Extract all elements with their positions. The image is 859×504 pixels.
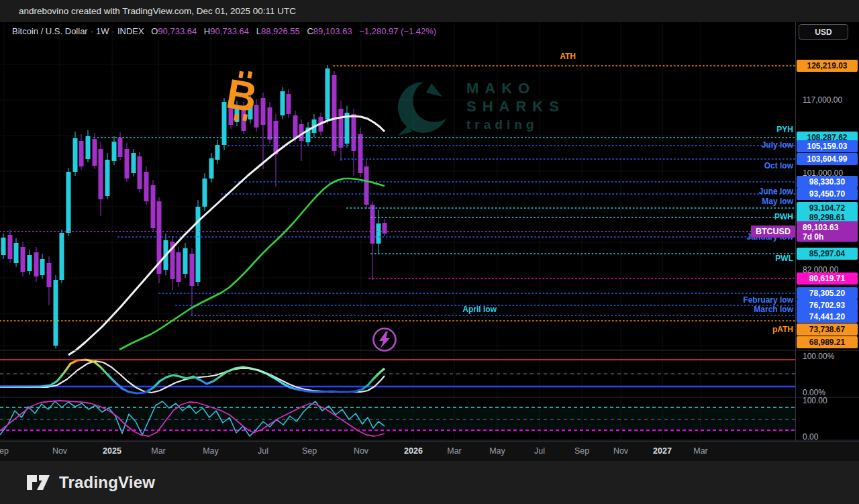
candle-body — [261, 98, 266, 125]
price-badge: 117,000.00 — [797, 94, 858, 106]
price-badge: 85,297.04 — [797, 248, 858, 260]
btcusd-series-label: BTCUSD — [756, 227, 791, 236]
candle-body — [196, 207, 201, 282]
time-axis-label: May — [203, 446, 219, 456]
candle-body — [34, 252, 39, 276]
candle-body — [28, 255, 32, 271]
level-label: pATH — [772, 325, 793, 334]
currency-toggle-button[interactable]: USD — [799, 24, 848, 40]
time-axis[interactable]: epNov2025MarMayJulSepNov2026MarMayJulSep… — [0, 441, 859, 461]
candle-body — [144, 172, 149, 201]
candle-body — [66, 172, 71, 233]
time-axis-label: May — [489, 446, 505, 456]
low-label: L — [252, 26, 261, 36]
candle-body — [79, 141, 84, 166]
interval[interactable]: 1W — [96, 26, 109, 36]
candle-body — [54, 280, 58, 346]
symbol-name[interactable]: Bitcoin / U.S. Dollar — [12, 26, 88, 36]
change-value: −1,280.97 (−1.42%) — [354, 26, 436, 36]
currency-toggle-label: USD — [815, 28, 831, 37]
price-badge: 103,604.99 — [797, 153, 858, 165]
level-label: March low — [754, 305, 793, 314]
time-axis-label: Nov — [613, 446, 628, 456]
candle-body — [21, 247, 26, 272]
close-label: C — [302, 26, 313, 36]
candle-body — [268, 107, 272, 140]
symbol-header[interactable]: Bitcoin / U.S. Dollar·1W·INDEX O90,733.6… — [12, 26, 436, 36]
lightning-icon — [371, 326, 398, 353]
time-axis-label: 2027 — [653, 446, 672, 456]
price-badge: 80,619.71 — [797, 272, 858, 285]
candle-body — [364, 166, 369, 205]
level-label: ATH — [560, 52, 576, 61]
candle-body — [376, 223, 381, 244]
price-badge: 89,103.637d 0h — [797, 221, 858, 242]
candle-body — [125, 149, 130, 179]
time-axis-label: Sep — [302, 446, 317, 456]
candle-body — [281, 91, 285, 115]
candle-body — [105, 160, 110, 196]
candle-body — [1, 238, 6, 255]
candle-body — [86, 136, 91, 159]
candle-body — [93, 139, 97, 166]
footer-bar: TradingView — [0, 461, 859, 504]
candle-body — [8, 235, 13, 259]
candle-body — [118, 138, 123, 157]
attribution-bar: andrebovino created with TradingView.com… — [0, 0, 859, 22]
time-axis-label: 2026 — [404, 446, 423, 456]
candle-body — [358, 134, 363, 173]
market: INDEX — [117, 26, 144, 36]
high-value: 90,733.64 — [210, 26, 249, 36]
candle-body — [215, 145, 220, 160]
level-label: July low — [762, 140, 793, 150]
candle-body — [14, 243, 19, 263]
price-badge: 100.00% — [797, 350, 858, 362]
price-badge: 100.00 — [797, 395, 858, 407]
candle-body — [60, 233, 64, 280]
candle-body — [176, 252, 181, 282]
price-scale-border — [795, 22, 796, 460]
candle-body — [339, 109, 344, 148]
candle-body — [112, 142, 117, 161]
candle-body — [183, 248, 188, 274]
candle-body — [325, 68, 330, 119]
price-badge: 76,702.93 — [797, 299, 858, 311]
candle-body — [47, 263, 52, 287]
level-label: April low — [462, 305, 497, 314]
candle-body — [293, 115, 298, 138]
chart-canvas[interactable] — [0, 0, 859, 504]
price-badge: 74,441.20 — [797, 311, 858, 323]
close-value: 89,103.63 — [313, 26, 352, 36]
price-badge: 126,219.03 — [797, 60, 858, 72]
time-axis-label: Sep — [574, 446, 589, 456]
bitcoin-logo-icon: B — [219, 72, 264, 125]
time-axis-label: Mar — [447, 446, 462, 456]
time-axis-label: Nov — [354, 446, 368, 456]
btcusd-series-tag: BTCUSD — [751, 225, 795, 238]
candle-body — [203, 179, 207, 207]
price-badge: 98,330.30 — [797, 176, 858, 188]
low-value: 88,926.55 — [261, 26, 300, 36]
candle-body — [138, 156, 142, 189]
open-label: O — [146, 26, 158, 36]
price-badge: 78,305.20 — [797, 287, 858, 299]
tradingview-chart-window: andrebovino created with TradingView.com… — [0, 0, 859, 504]
time-axis-label: Jul — [258, 446, 268, 456]
level-label: February low — [743, 295, 793, 305]
high-label: H — [199, 26, 210, 36]
time-axis-label: Mar — [151, 446, 166, 456]
price-badge: 73,738.67 — [797, 323, 858, 336]
candle-body — [370, 205, 375, 244]
tradingview-logo-icon[interactable] — [26, 473, 51, 492]
candle-body — [151, 185, 156, 228]
time-axis-label: Mar — [693, 446, 708, 456]
time-axis-label: Nov — [52, 446, 67, 456]
candle-body — [132, 153, 136, 173]
open-value: 90,733.64 — [158, 26, 197, 36]
candle-body — [209, 158, 214, 179]
level-label: Oct low — [764, 161, 793, 170]
tradingview-brand-text[interactable]: TradingView — [59, 473, 155, 492]
price-badge: 68,989.21 — [797, 336, 858, 348]
oscillator-main-line — [0, 360, 385, 393]
candle-body — [99, 149, 103, 199]
